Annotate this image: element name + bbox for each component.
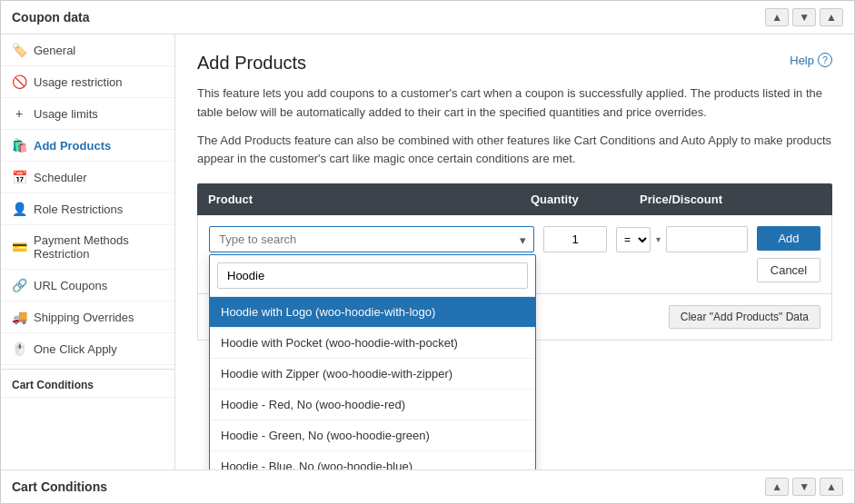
dropdown-item-3[interactable]: Hoodie - Red, No (woo-hoodie-red): [210, 390, 535, 420]
sidebar-item-scheduler[interactable]: 📅 Scheduler: [1, 162, 174, 193]
help-link[interactable]: Help ?: [790, 53, 832, 67]
page-title: Add Products: [197, 53, 306, 74]
sidebar-label-add-products: Add Products: [34, 139, 111, 153]
quantity-input[interactable]: [543, 226, 607, 252]
add-button[interactable]: Add: [757, 226, 820, 251]
sidebar-label-url-coupons: URL Coupons: [34, 279, 107, 292]
dropdown-item-1[interactable]: Hoodie with Pocket (woo-hoodie-with-pock…: [210, 328, 535, 359]
search-placeholder: Type to search: [219, 232, 296, 246]
sidebar-item-url-coupons[interactable]: 🔗 URL Coupons: [1, 270, 174, 301]
truck-icon: 🚚: [12, 310, 26, 324]
collapse-up-button[interactable]: ▲: [765, 8, 789, 26]
col-price: Price/Discount: [640, 191, 821, 208]
action-buttons: Add Cancel: [757, 226, 820, 282]
description1: This feature lets you add coupons to a c…: [197, 84, 832, 123]
search-dropdown-wrapper: Type to search ▾ Hoodie with Logo (woo-h…: [209, 226, 534, 252]
link-icon: 🔗: [12, 278, 26, 292]
sidebar-label-shipping-overrides: Shipping Overrides: [34, 311, 134, 324]
sidebar-item-add-products[interactable]: 🛍️ Add Products: [1, 130, 174, 162]
dropdown-item-2[interactable]: Hoodie with Zipper (woo-hoodie-with-zipp…: [210, 359, 535, 390]
help-icon: ?: [818, 53, 832, 67]
table-header: Product Quantity Price/Discount: [197, 183, 832, 215]
footer-controls: ▲ ▼ ▲: [765, 478, 843, 496]
cursor-icon: 🖱️: [12, 341, 26, 356]
search-dropdown-trigger[interactable]: Type to search ▾: [209, 226, 534, 252]
dropdown-item-0[interactable]: Hoodie with Logo (woo-hoodie-with-logo): [210, 297, 535, 328]
block-icon: 🚫: [12, 74, 26, 89]
sidebar-label-role-restrictions: Role Restrictions: [34, 203, 123, 216]
sidebar-item-role-restrictions[interactable]: 👤 Role Restrictions: [1, 193, 174, 225]
sidebar-item-shipping-overrides[interactable]: 🚚 Shipping Overrides: [1, 301, 174, 333]
sidebar-label-general: General: [34, 44, 75, 57]
sidebar: 🏷️ General 🚫 Usage restriction + Usage l…: [1, 35, 175, 469]
plus-icon: +: [12, 106, 26, 121]
dropdown-item-5[interactable]: Hoodie - Blue, No (woo-hoodie-blue): [210, 451, 535, 469]
footer: Cart Conditions ▲ ▼ ▲: [1, 469, 854, 503]
bag-icon: 🛍️: [12, 138, 26, 153]
sidebar-label-one-click-apply: One Click Apply: [34, 342, 117, 356]
price-input[interactable]: [666, 226, 748, 252]
sidebar-label-payment-methods: Payment Methods Restriction: [34, 233, 164, 261]
chevron-down-icon: ▾: [520, 232, 526, 246]
sidebar-label-usage-limits: Usage limits: [34, 107, 98, 121]
footer-collapse-down[interactable]: ▼: [792, 478, 816, 496]
creditcard-icon: 💳: [12, 240, 26, 254]
price-discount-row: = < > ▾: [616, 226, 748, 252]
sidebar-item-general[interactable]: 🏷️ General: [1, 35, 174, 66]
calendar-icon: 📅: [12, 170, 26, 184]
cancel-button[interactable]: Cancel: [757, 258, 820, 282]
header-controls: ▲ ▼ ▲: [765, 8, 843, 26]
coupon-data-title: Coupon data: [12, 10, 90, 25]
footer-title: Cart Conditions: [12, 479, 107, 494]
sidebar-item-payment-methods[interactable]: 💳 Payment Methods Restriction: [1, 225, 174, 270]
col-product: Product: [208, 191, 531, 208]
dropdown-list: Hoodie with Logo (woo-hoodie-with-logo)H…: [209, 254, 536, 469]
cart-conditions-section: Cart Conditions: [1, 369, 174, 398]
person-icon: 👤: [12, 202, 26, 216]
expand-button[interactable]: ▲: [820, 8, 843, 26]
footer-expand[interactable]: ▲: [820, 478, 843, 496]
add-product-row: Type to search ▾ Hoodie with Logo (woo-h…: [197, 215, 832, 294]
price-operator-select[interactable]: = < >: [616, 227, 651, 252]
dropdown-search-input[interactable]: [217, 262, 528, 289]
sidebar-item-one-click-apply[interactable]: 🖱️ One Click Apply: [1, 333, 174, 365]
help-label: Help: [790, 54, 814, 67]
collapse-down-button[interactable]: ▼: [792, 8, 816, 26]
col-quantity: Quantity: [531, 191, 640, 208]
dropdown-item-4[interactable]: Hoodie - Green, No (woo-hoodie-green): [210, 420, 535, 451]
description2: The Add Products feature can also be com…: [197, 132, 832, 170]
sidebar-item-usage-restriction[interactable]: 🚫 Usage restriction: [1, 66, 174, 98]
sidebar-label-scheduler: Scheduler: [34, 171, 87, 184]
sidebar-item-usage-limits[interactable]: + Usage limits: [1, 98, 174, 130]
main-content: Add Products Help ? This feature lets yo…: [175, 35, 854, 469]
tag-icon: 🏷️: [12, 43, 26, 57]
chevron-down-icon-2: ▾: [656, 234, 661, 244]
clear-data-button[interactable]: Clear "Add Products" Data: [669, 305, 820, 329]
footer-collapse-up[interactable]: ▲: [765, 478, 789, 496]
sidebar-label-usage-restriction: Usage restriction: [34, 75, 123, 89]
